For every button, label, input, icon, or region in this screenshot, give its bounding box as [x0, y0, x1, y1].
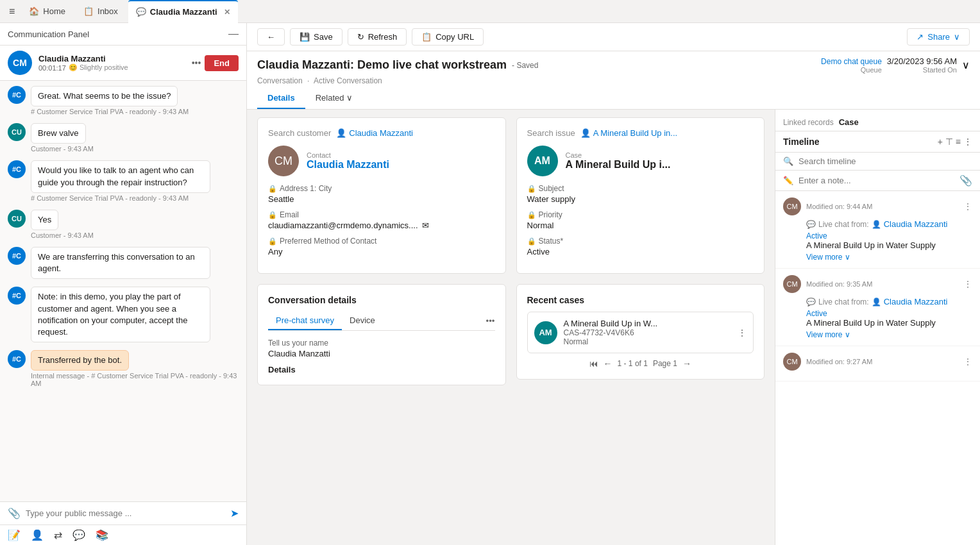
timeline-avatar: CM: [783, 353, 801, 371]
tab-home[interactable]: 🏠 Home: [21, 0, 73, 23]
copy-url-button[interactable]: 📋 Copy URL: [412, 28, 484, 46]
inbox-icon: 📋: [83, 6, 94, 16]
chevron-down-icon: ∨: [954, 32, 960, 42]
case-row-info: A Mineral Build Up in W... CAS-47732-V4V…: [564, 319, 732, 346]
people-tool[interactable]: 👤: [31, 529, 44, 541]
breadcrumb-separator: ·: [307, 76, 309, 85]
more-timeline-button[interactable]: ⋮: [963, 137, 972, 147]
tab-related[interactable]: Related ∨: [305, 88, 364, 109]
chat-type-icon: 💬: [806, 298, 816, 306]
tl-more-button[interactable]: ⋮: [963, 201, 972, 212]
tl-more-button[interactable]: ⋮: [963, 279, 972, 289]
customer-link[interactable]: 👤 Claudia Mazzanti: [336, 128, 413, 138]
person-link[interactable]: Claudia Mazzanti: [884, 297, 948, 306]
person-link[interactable]: Claudia Mazzanti: [884, 219, 948, 229]
add-timeline-button[interactable]: +: [938, 137, 943, 147]
chat-meta: # Customer Service Trial PVA - readonly …: [31, 108, 239, 115]
close-icon[interactable]: ✕: [224, 8, 230, 17]
timeline-actions: + ⊤ ≡ ⋮: [938, 137, 972, 147]
chat-icon: 💬: [136, 7, 146, 17]
lock-icon: 🔒: [527, 185, 536, 193]
save-button[interactable]: 💾 Save: [290, 28, 342, 46]
main-columns: Search customer 👤 Claudia Mazzanti CM Co…: [247, 110, 775, 545]
refresh-button[interactable]: ↻ Refresh: [348, 28, 407, 46]
next-page-button[interactable]: →: [682, 358, 691, 369]
tl-more-button[interactable]: ⋮: [963, 356, 972, 367]
menu-button[interactable]: ≡: [5, 3, 19, 20]
case-name[interactable]: A Mineral Build Up i...: [566, 159, 671, 171]
tl-content: 💬 Live chat from: 👤 Claudia Mazzanti Act…: [806, 219, 972, 262]
pref-contact-field: 🔒 Preferred Method of Contact Any: [268, 237, 495, 256]
prev-page-button[interactable]: ←: [604, 358, 612, 369]
note-tool[interactable]: 📝: [8, 529, 21, 541]
tl-status: Active: [806, 309, 972, 318]
end-button[interactable]: End: [205, 55, 239, 71]
lock-icon: 🔒: [527, 211, 536, 219]
chat-area: #C Great. What seems to be the issue? # …: [0, 81, 246, 501]
quick-reply-tool[interactable]: 💬: [72, 529, 85, 541]
agent-info: Claudia Mazzanti 00:01:17 😊 Slightly pos…: [38, 54, 185, 72]
view-more-button[interactable]: View more ∨: [806, 253, 850, 262]
tl-body: A Mineral Build Up in Water Supply: [806, 318, 972, 328]
recent-cases-title: Recent cases: [527, 295, 754, 305]
back-button[interactable]: ←: [257, 28, 285, 46]
transfer-tool[interactable]: ⇄: [54, 529, 62, 541]
list-item: #C Would you like to talk to an agent wh…: [8, 160, 239, 201]
content-toolbar: ← 💾 Save ↻ Refresh 📋 Copy URL ↗ Share: [247, 23, 980, 51]
case-type: Case: [566, 151, 671, 159]
note-input[interactable]: [798, 176, 954, 185]
list-timeline-button[interactable]: ≡: [956, 137, 961, 147]
tl-content: 💬 Live chat from: 👤 Claudia Mazzanti Act…: [806, 297, 972, 339]
more-button[interactable]: •••: [192, 58, 201, 68]
tab-prechat[interactable]: Pre-chat survey: [268, 312, 342, 330]
attachment-icon[interactable]: 📎: [8, 507, 21, 519]
recent-cases-card: Recent cases AM A Mineral Build Up in W.…: [516, 284, 765, 380]
timeline-title: Timeline: [783, 137, 820, 147]
tab-device[interactable]: Device: [342, 312, 383, 330]
filter-timeline-button[interactable]: ⊤: [945, 137, 953, 147]
bot-avatar: #C: [8, 350, 26, 368]
share-button[interactable]: ↗ Share ∨: [907, 28, 970, 46]
case-link[interactable]: Case: [839, 117, 859, 127]
email-icon[interactable]: ✉: [422, 221, 429, 230]
send-button[interactable]: ➤: [230, 507, 239, 519]
pref-contact-value: Any: [268, 247, 495, 256]
tab-details[interactable]: Details: [257, 88, 305, 109]
kb-tool[interactable]: 📚: [96, 529, 108, 541]
panel-title: Communication Panel: [8, 29, 89, 39]
list-item: #C Transferred by the bot. Internal mess…: [8, 350, 239, 387]
queue-link[interactable]: Demo chat queue: [821, 57, 882, 66]
chat-bubble: Yes: [31, 210, 58, 230]
timeline-entries: CM Modified on: 9:44 AM ⋮ 💬 Live chat fr…: [775, 191, 980, 545]
expand-button[interactable]: ∨: [962, 59, 970, 71]
chat-input[interactable]: [26, 508, 225, 518]
timeline-header: Linked records Case: [775, 110, 980, 131]
contact-name[interactable]: Claudia Mazzanti: [307, 159, 389, 171]
agent-name: Claudia Mazzanti: [38, 54, 185, 63]
issue-link[interactable]: 👤 A Mineral Build Up in...: [580, 128, 678, 138]
chevron-down-icon: ∨: [346, 93, 353, 103]
attach-button[interactable]: 📎: [959, 174, 972, 187]
saved-badge: - Saved: [512, 61, 538, 70]
list-item: CM Modified on: 9:35 AM ⋮ 💬 Live chat fr…: [775, 269, 980, 346]
list-item: #C Note: in this demo, you play the part…: [8, 287, 239, 342]
queue-info: Demo chat queue Queue: [821, 57, 882, 74]
chat-meta: # Customer Service Trial PVA - readonly …: [31, 194, 239, 202]
address-field: 🔒 Address 1: City Seattle: [268, 184, 495, 204]
list-item: CU Yes Customer - 9:43 AM: [8, 210, 239, 239]
list-item: AM A Mineral Build Up in W... CAS-47732-…: [527, 312, 754, 353]
search-customer-label: Search customer: [268, 128, 331, 138]
tab-active[interactable]: 💬 Claudia Mazzanti ✕: [128, 0, 238, 23]
linked-records-label: Linked records: [783, 118, 834, 127]
right-content: ← 💾 Save ↻ Refresh 📋 Copy URL ↗ Share: [247, 23, 980, 545]
view-more-button[interactable]: View more ∨: [806, 330, 850, 339]
conv-more-button[interactable]: •••: [486, 312, 495, 330]
case-row-more[interactable]: ⋮: [738, 328, 747, 338]
timeline-search-input[interactable]: [798, 156, 972, 166]
email-field: 🔒 Email claudiamazzanti@crmdemo.dynamics…: [268, 210, 495, 230]
agent-avatar: CM: [8, 51, 32, 75]
minimize-button[interactable]: —: [228, 28, 239, 40]
tab-inbox[interactable]: 📋 Inbox: [76, 0, 126, 23]
first-page-button[interactable]: ⏮: [589, 358, 598, 369]
name-field: Tell us your name Claudia Manzatti: [268, 339, 495, 358]
